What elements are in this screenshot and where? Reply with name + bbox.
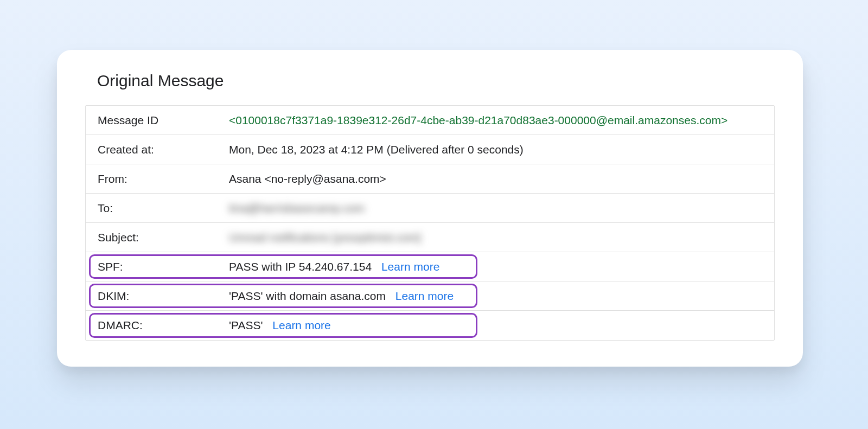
row-message-id: Message ID <0100018c7f3371a9-1839e312-26… — [86, 106, 774, 135]
value-spf-container: PASS with IP 54.240.67.154 Learn more — [229, 260, 762, 273]
value-created-at: Mon, Dec 18, 2023 at 4:12 PM (Delivered … — [229, 143, 762, 156]
headers-table: Message ID <0100018c7f3371a9-1839e312-26… — [85, 105, 775, 341]
row-spf: SPF: PASS with IP 54.240.67.154 Learn mo… — [86, 252, 774, 281]
row-dmarc: DMARC: 'PASS' Learn more — [86, 311, 774, 340]
label-to: To: — [98, 202, 229, 215]
value-dkim: 'PASS' with domain asana.com — [229, 290, 386, 302]
row-created-at: Created at: Mon, Dec 18, 2023 at 4:12 PM… — [86, 135, 774, 164]
row-from: From: Asana <no-reply@asana.com> — [86, 164, 774, 194]
learn-more-dmarc-link[interactable]: Learn more — [272, 319, 330, 331]
label-from: From: — [98, 172, 229, 185]
label-spf: SPF: — [98, 260, 229, 273]
label-dmarc: DMARC: — [98, 319, 229, 332]
value-spf: PASS with IP 54.240.67.154 — [229, 260, 372, 273]
value-from: Asana <no-reply@asana.com> — [229, 172, 762, 185]
row-to: To: tina@harrisbasecamp.com — [86, 194, 774, 223]
learn-more-dkim-link[interactable]: Learn more — [395, 290, 454, 302]
value-subject: Unread notifications [yesoptimist.com] — [229, 231, 762, 244]
label-subject: Subject: — [98, 231, 229, 244]
value-dmarc: 'PASS' — [229, 319, 263, 331]
row-dkim: DKIM: 'PASS' with domain asana.com Learn… — [86, 281, 774, 311]
value-to: tina@harrisbasecamp.com — [229, 202, 762, 215]
value-to-blurred: tina@harrisbasecamp.com — [229, 202, 365, 215]
label-created-at: Created at: — [98, 143, 229, 156]
value-dmarc-container: 'PASS' Learn more — [229, 319, 762, 332]
value-message-id: <0100018c7f3371a9-1839e312-26d7-4cbe-ab3… — [229, 114, 762, 127]
original-message-card: Original Message Message ID <0100018c7f3… — [57, 50, 803, 367]
page-title: Original Message — [97, 72, 775, 90]
value-dkim-container: 'PASS' with domain asana.com Learn more — [229, 290, 762, 303]
label-dkim: DKIM: — [98, 290, 229, 303]
label-message-id: Message ID — [98, 114, 229, 127]
row-subject: Subject: Unread notifications [yesoptimi… — [86, 223, 774, 252]
learn-more-spf-link[interactable]: Learn more — [381, 260, 439, 273]
value-subject-blurred: Unread notifications [yesoptimist.com] — [229, 231, 421, 244]
